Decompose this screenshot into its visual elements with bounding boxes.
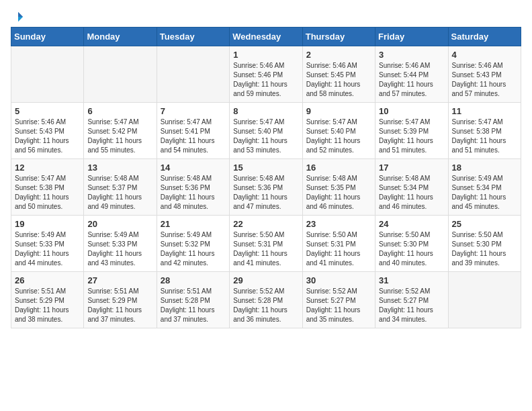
calendar-cell: 9Sunrise: 5:47 AM Sunset: 5:40 PM Daylig…	[302, 103, 375, 159]
day-info: Sunrise: 5:46 AM Sunset: 5:43 PM Dayligh…	[15, 118, 80, 155]
day-number: 22	[233, 219, 298, 229]
day-info: Sunrise: 5:51 AM Sunset: 5:29 PM Dayligh…	[15, 287, 80, 324]
logo	[11, 11, 24, 19]
day-number: 2	[306, 50, 371, 60]
day-info: Sunrise: 5:51 AM Sunset: 5:28 PM Dayligh…	[161, 287, 226, 324]
calendar-cell: 7Sunrise: 5:47 AM Sunset: 5:41 PM Daylig…	[157, 103, 229, 159]
weekday-sunday: Sunday	[11, 28, 84, 46]
day-number: 24	[379, 219, 444, 229]
day-info: Sunrise: 5:51 AM Sunset: 5:29 PM Dayligh…	[87, 287, 152, 324]
day-info: Sunrise: 5:47 AM Sunset: 5:42 PM Dayligh…	[87, 118, 152, 155]
day-info: Sunrise: 5:46 AM Sunset: 5:46 PM Dayligh…	[233, 61, 298, 99]
day-number: 20	[87, 219, 152, 229]
day-info: Sunrise: 5:52 AM Sunset: 5:28 PM Dayligh…	[233, 287, 298, 324]
day-number: 5	[15, 106, 80, 116]
calendar-cell: 13Sunrise: 5:48 AM Sunset: 5:37 PM Dayli…	[84, 159, 157, 216]
calendar-cell: 18Sunrise: 5:49 AM Sunset: 5:34 PM Dayli…	[448, 159, 521, 216]
day-number: 25	[452, 219, 517, 229]
day-number: 9	[306, 106, 371, 116]
day-info: Sunrise: 5:47 AM Sunset: 5:40 PM Dayligh…	[233, 118, 298, 155]
calendar-cell	[157, 46, 229, 103]
calendar-cell: 10Sunrise: 5:47 AM Sunset: 5:39 PM Dayli…	[375, 103, 448, 159]
calendar-cell	[84, 46, 157, 103]
day-info: Sunrise: 5:48 AM Sunset: 5:37 PM Dayligh…	[87, 174, 152, 212]
calendar-cell: 6Sunrise: 5:47 AM Sunset: 5:42 PM Daylig…	[84, 103, 157, 159]
day-number: 13	[87, 163, 152, 173]
calendar-cell: 17Sunrise: 5:48 AM Sunset: 5:34 PM Dayli…	[375, 159, 448, 216]
calendar-cell: 5Sunrise: 5:46 AM Sunset: 5:43 PM Daylig…	[11, 103, 84, 159]
calendar-cell	[448, 272, 521, 328]
day-info: Sunrise: 5:52 AM Sunset: 5:27 PM Dayligh…	[306, 287, 371, 324]
weekday-monday: Monday	[84, 28, 157, 46]
day-number: 15	[233, 163, 298, 173]
page-header	[11, 11, 521, 19]
calendar-cell: 8Sunrise: 5:47 AM Sunset: 5:40 PM Daylig…	[230, 103, 302, 159]
day-number: 17	[379, 163, 444, 173]
calendar-cell: 15Sunrise: 5:48 AM Sunset: 5:36 PM Dayli…	[230, 159, 302, 216]
weekday-thursday: Thursday	[302, 28, 375, 46]
day-info: Sunrise: 5:48 AM Sunset: 5:36 PM Dayligh…	[233, 174, 298, 212]
logo-icon	[12, 11, 24, 23]
day-number: 1	[233, 50, 298, 60]
day-info: Sunrise: 5:49 AM Sunset: 5:33 PM Dayligh…	[87, 230, 152, 268]
calendar-cell: 26Sunrise: 5:51 AM Sunset: 5:29 PM Dayli…	[11, 272, 84, 328]
day-info: Sunrise: 5:48 AM Sunset: 5:36 PM Dayligh…	[161, 174, 226, 212]
svg-marker-1	[18, 17, 23, 21]
day-info: Sunrise: 5:50 AM Sunset: 5:31 PM Dayligh…	[306, 230, 371, 268]
day-number: 31	[379, 275, 444, 285]
day-number: 8	[233, 106, 298, 116]
day-number: 14	[161, 163, 226, 173]
calendar-week-3: 12Sunrise: 5:47 AM Sunset: 5:38 PM Dayli…	[11, 159, 521, 216]
day-info: Sunrise: 5:47 AM Sunset: 5:39 PM Dayligh…	[379, 118, 444, 155]
day-info: Sunrise: 5:48 AM Sunset: 5:34 PM Dayligh…	[379, 174, 444, 212]
day-number: 10	[379, 106, 444, 116]
day-info: Sunrise: 5:47 AM Sunset: 5:38 PM Dayligh…	[15, 174, 80, 212]
calendar-body: 1Sunrise: 5:46 AM Sunset: 5:46 PM Daylig…	[11, 46, 521, 328]
calendar-header: SundayMondayTuesdayWednesdayThursdayFrid…	[11, 28, 521, 46]
weekday-tuesday: Tuesday	[157, 28, 229, 46]
day-info: Sunrise: 5:50 AM Sunset: 5:30 PM Dayligh…	[452, 230, 517, 268]
day-info: Sunrise: 5:47 AM Sunset: 5:38 PM Dayligh…	[452, 118, 517, 155]
day-number: 30	[306, 275, 371, 285]
calendar-cell: 25Sunrise: 5:50 AM Sunset: 5:30 PM Dayli…	[448, 216, 521, 272]
calendar-cell: 24Sunrise: 5:50 AM Sunset: 5:30 PM Dayli…	[375, 216, 448, 272]
day-number: 26	[15, 275, 80, 285]
weekday-saturday: Saturday	[448, 28, 521, 46]
day-info: Sunrise: 5:52 AM Sunset: 5:27 PM Dayligh…	[379, 287, 444, 324]
calendar-week-2: 5Sunrise: 5:46 AM Sunset: 5:43 PM Daylig…	[11, 103, 521, 159]
day-info: Sunrise: 5:48 AM Sunset: 5:35 PM Dayligh…	[306, 174, 371, 212]
day-number: 6	[87, 106, 152, 116]
day-number: 29	[233, 275, 298, 285]
day-info: Sunrise: 5:46 AM Sunset: 5:45 PM Dayligh…	[306, 61, 371, 99]
day-info: Sunrise: 5:49 AM Sunset: 5:34 PM Dayligh…	[452, 174, 517, 212]
day-info: Sunrise: 5:50 AM Sunset: 5:31 PM Dayligh…	[233, 230, 298, 268]
calendar-cell: 12Sunrise: 5:47 AM Sunset: 5:38 PM Dayli…	[11, 159, 84, 216]
day-number: 16	[306, 163, 371, 173]
calendar-cell: 19Sunrise: 5:49 AM Sunset: 5:33 PM Dayli…	[11, 216, 84, 272]
calendar-week-4: 19Sunrise: 5:49 AM Sunset: 5:33 PM Dayli…	[11, 216, 521, 272]
day-number: 18	[452, 163, 517, 173]
calendar-cell: 16Sunrise: 5:48 AM Sunset: 5:35 PM Dayli…	[302, 159, 375, 216]
day-number: 3	[379, 50, 444, 60]
calendar-cell: 28Sunrise: 5:51 AM Sunset: 5:28 PM Dayli…	[157, 272, 229, 328]
calendar-cell: 1Sunrise: 5:46 AM Sunset: 5:46 PM Daylig…	[230, 46, 302, 103]
calendar-cell: 20Sunrise: 5:49 AM Sunset: 5:33 PM Dayli…	[84, 216, 157, 272]
day-number: 23	[306, 219, 371, 229]
day-number: 7	[161, 106, 226, 116]
weekday-wednesday: Wednesday	[230, 28, 302, 46]
day-number: 21	[161, 219, 226, 229]
calendar-cell: 29Sunrise: 5:52 AM Sunset: 5:28 PM Dayli…	[230, 272, 302, 328]
day-info: Sunrise: 5:49 AM Sunset: 5:33 PM Dayligh…	[15, 230, 80, 268]
day-number: 27	[87, 275, 152, 285]
calendar-cell: 11Sunrise: 5:47 AM Sunset: 5:38 PM Dayli…	[448, 103, 521, 159]
day-number: 4	[452, 50, 517, 60]
day-info: Sunrise: 5:49 AM Sunset: 5:32 PM Dayligh…	[161, 230, 226, 268]
svg-marker-0	[18, 12, 23, 17]
calendar-cell: 2Sunrise: 5:46 AM Sunset: 5:45 PM Daylig…	[302, 46, 375, 103]
calendar-cell: 22Sunrise: 5:50 AM Sunset: 5:31 PM Dayli…	[230, 216, 302, 272]
calendar-week-5: 26Sunrise: 5:51 AM Sunset: 5:29 PM Dayli…	[11, 272, 521, 328]
day-info: Sunrise: 5:47 AM Sunset: 5:41 PM Dayligh…	[161, 118, 226, 155]
calendar-cell: 4Sunrise: 5:46 AM Sunset: 5:43 PM Daylig…	[448, 46, 521, 103]
weekday-friday: Friday	[375, 28, 448, 46]
day-number: 11	[452, 106, 517, 116]
